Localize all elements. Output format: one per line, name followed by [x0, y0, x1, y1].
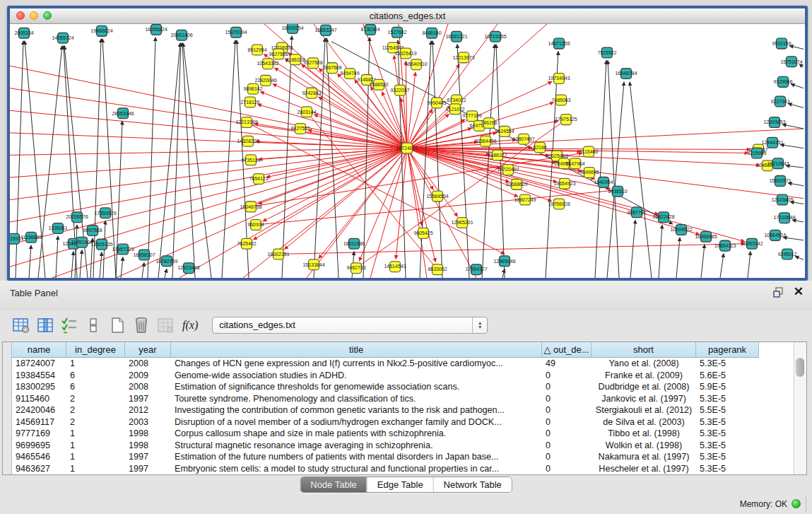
graph-node-label: 9242843 [302, 90, 321, 95]
cell-name: 14569117 [12, 416, 66, 428]
graph-node-label: 9097588 [83, 228, 102, 233]
function-builder-button[interactable]: f(x) [182, 319, 198, 332]
cell-pagerank: 5.3E-5 [696, 358, 759, 370]
unselect-all-button[interactable] [83, 315, 103, 335]
float-panel-icon[interactable] [773, 287, 784, 298]
close-window-icon[interactable] [16, 11, 25, 20]
graph-node-label: 12965046 [493, 259, 515, 264]
network-window-titlebar[interactable]: citations_edges.txt [10, 8, 805, 24]
network-window: citations_edges.txt 18724007200533414055… [7, 6, 808, 281]
graph-node-label: 8454749 [340, 71, 359, 76]
table-row[interactable]: 1938455462009Genome-wide association stu… [12, 370, 794, 382]
table-tabbar: Node TableEdge TableNetwork Table [0, 476, 812, 493]
edge [789, 46, 804, 49]
citation-edge [273, 84, 407, 148]
table-row[interactable]: 2242004622012Investigating the contribut… [12, 404, 794, 416]
cell-short: Jankovic et al. (1997) [592, 393, 696, 405]
table-row[interactable]: 1872400712008Changes of HCN gene express… [12, 358, 794, 370]
edge [676, 238, 680, 278]
table-row[interactable]: 969969511998Structural magnetic resonanc… [12, 440, 794, 452]
show-column-button[interactable] [35, 315, 55, 335]
table-row[interactable]: 911546021997Tourette syndrome. Phenomeno… [12, 393, 794, 405]
tab-edge-table[interactable]: Edge Table [367, 477, 433, 492]
cell-in_degree: 2 [66, 416, 125, 428]
cell-pagerank: 5.3E-5 [696, 451, 759, 463]
cell-out_degree: 0 [542, 451, 592, 463]
graph-node-label: 15584554 [426, 194, 448, 199]
cell-title: Tourette syndrome. Phenomenology and cla… [171, 393, 542, 405]
graph-node-label: 18002151 [267, 252, 289, 257]
table-row[interactable]: 977716911998Corpus callosum shape and si… [12, 428, 794, 440]
edge [720, 253, 724, 278]
column-header-name[interactable]: name [12, 342, 66, 358]
table-selector-dropdown[interactable]: citations_edges.txt ▲▼ [212, 317, 488, 334]
column-header-year[interactable]: year [125, 342, 171, 358]
vertical-scrollbar[interactable] [794, 342, 806, 474]
graph-node-label: 16782759 [155, 259, 177, 264]
scrollbar-thumb[interactable] [796, 358, 804, 377]
graph-node-label: 14328225 [237, 139, 259, 144]
edge [790, 201, 804, 204]
cell-year: 2008 [125, 358, 171, 370]
cell-in_degree: 1 [66, 451, 125, 463]
memory-ok-icon [792, 499, 801, 508]
graph-node-label: 9510159 [772, 41, 791, 46]
column-header-title[interactable]: title [171, 342, 542, 358]
delete-table-button[interactable] [155, 315, 175, 335]
tab-node-table[interactable]: Node Table [300, 477, 367, 492]
table-row[interactable]: 946554611997Estimation of the future num… [12, 451, 794, 463]
tab-network-table[interactable]: Network Table [433, 477, 512, 492]
graph-node-label: 20364456 [474, 139, 496, 144]
cell-name: 22420046 [12, 404, 66, 416]
graph-node-label: 8215955 [747, 151, 766, 156]
statusbar-divider [806, 495, 806, 513]
select-all-button[interactable] [59, 315, 79, 335]
table-row[interactable]: 946362711997Embryonic stem cells: a mode… [12, 463, 794, 475]
table-mode-button[interactable] [11, 315, 31, 335]
column-header-in_degree[interactable]: in_degree [66, 342, 125, 358]
zoom-window-icon[interactable] [43, 11, 52, 20]
new-column-button[interactable] [107, 315, 127, 335]
cell-short: Franke et al. (2009) [592, 370, 696, 382]
citation-edge [407, 129, 804, 148]
citation-network-graph[interactable]: 1872400720053341405572419886624160558242… [10, 24, 805, 278]
graph-node-label: 9624554 [495, 129, 514, 134]
memory-status-label: Memory: OK [740, 499, 787, 509]
graph-node-label: 9115460 [579, 149, 599, 154]
column-header-short[interactable]: short [592, 342, 696, 358]
network-canvas[interactable]: 1872400720053341405572419886624160558242… [10, 24, 805, 278]
graph-node-label: 1640954 [594, 180, 613, 185]
graph-node-label: 11451904 [71, 240, 93, 245]
cell-title: Investigating the contribution of common… [171, 404, 542, 416]
cell-out_degree: 0 [542, 416, 592, 428]
graph-node-label: 7625402 [237, 241, 256, 246]
cell-name: 9115460 [12, 393, 66, 405]
column-header-pagerank[interactable]: pagerank [696, 342, 759, 358]
graph-node-label: 16046758 [240, 204, 261, 209]
table-row[interactable]: 1456911722003Disruption of a novel membe… [12, 416, 794, 428]
graph-node-label: 16822428 [652, 215, 674, 220]
edge [100, 252, 102, 278]
cell-out_degree: 0 [542, 404, 592, 416]
minimize-window-icon[interactable] [30, 11, 38, 20]
graph-node-label: 19886624 [90, 28, 112, 33]
graph-node-label: 19654113 [714, 243, 736, 248]
delete-column-button[interactable] [131, 315, 151, 335]
graph-node-label: 9322037 [390, 88, 409, 93]
close-panel-icon[interactable]: ✕ [794, 286, 804, 298]
graph-node-label: 62160 [533, 145, 547, 150]
column-header-out_degree[interactable]: △ out_de... [542, 342, 592, 358]
graph-node-label: 9647964 [565, 161, 584, 166]
graph-node-label: 20053342 [741, 241, 763, 246]
graph-node-label: 13505135 [90, 242, 112, 247]
edge [38, 46, 62, 278]
graph-node-label: 9896142 [243, 86, 262, 91]
cell-short: Hescheler et al. (1997) [592, 463, 696, 475]
table-row[interactable]: 1830029562008Estimation of significance … [12, 381, 794, 393]
graph-node-label: 12444151 [761, 140, 783, 145]
cell-short: Yano et al. (2008) [592, 358, 696, 370]
graph-node-label: 9462733 [346, 266, 365, 271]
graph-node-label: 7654123 [249, 176, 268, 181]
graph-node-label: 10664516 [764, 233, 786, 238]
citation-edge [180, 148, 407, 278]
